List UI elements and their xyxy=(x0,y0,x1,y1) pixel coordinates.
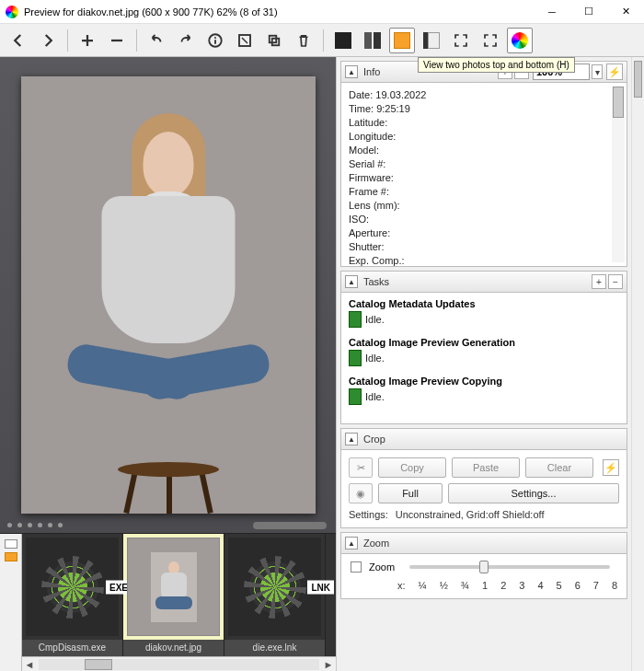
filmstrip-scrollbar[interactable]: ◄ ► xyxy=(22,656,336,671)
zoom-tick: 5 xyxy=(557,580,562,591)
crop-flash-icon[interactable]: ⚡ xyxy=(603,459,619,476)
tasks-minus-button[interactable]: − xyxy=(608,274,623,289)
info-aperture-label: Aperture: xyxy=(349,226,619,240)
zoom-checkbox-label: Zoom xyxy=(369,561,395,573)
redo-button[interactable] xyxy=(173,28,199,53)
zoom-panel-body: Zoom x: ¼ ½ ¾ 1 2 3 4 5 6 7 8 xyxy=(340,554,627,599)
crop-full-button[interactable]: Full xyxy=(378,483,443,503)
task-progress-bar xyxy=(349,350,362,366)
copy-button[interactable] xyxy=(261,28,287,53)
gear-icon xyxy=(249,561,301,613)
view-sidebar-button[interactable] xyxy=(419,28,444,53)
flash-icon[interactable]: ⚡ xyxy=(606,64,623,80)
view-split-h-button[interactable] xyxy=(389,28,415,53)
tasks-panel-header[interactable]: ▲ Tasks + − xyxy=(340,271,627,293)
tasks-panel-body: Catalog Metadata Updates Idle. Catalog I… xyxy=(340,293,627,424)
zoom-tick: ½ xyxy=(440,580,448,591)
filmstrip-layout-2-icon[interactable] xyxy=(5,552,17,561)
info-time-label: Time: xyxy=(349,103,374,114)
zoom-slider[interactable] xyxy=(409,565,610,569)
task-status: Idle. xyxy=(365,314,385,325)
filmstrip-layout-1-icon[interactable] xyxy=(5,539,17,549)
zoom-checkbox[interactable] xyxy=(351,561,362,573)
collapse-icon[interactable]: ▲ xyxy=(345,433,358,445)
task-status: Idle. xyxy=(365,391,385,402)
zoom-out-button[interactable] xyxy=(104,28,130,53)
preview-hscrollbar[interactable] xyxy=(253,522,327,529)
info-serial-label: Serial #: xyxy=(349,157,619,171)
filmstrip-item[interactable]: EXE CmpDisasm.exe xyxy=(22,534,123,656)
window-title: Preview for diakov.net.jpg (600 x 900 77… xyxy=(24,6,534,17)
info-frame-label: Frame #: xyxy=(349,185,619,199)
crop-panel-body: ✂ Copy Paste Clear ⚡ ◉ Full Settings... … xyxy=(340,450,627,528)
info-button[interactable] xyxy=(202,28,228,53)
view-single-button[interactable] xyxy=(330,28,356,53)
zoom-tick: 2 xyxy=(500,580,506,591)
crop-copy-button[interactable]: Copy xyxy=(378,457,446,478)
zoom-tick: ¼ xyxy=(418,580,426,591)
filmstrip-caption: die.exe.lnk xyxy=(224,640,325,656)
preview-page-dots xyxy=(7,523,63,527)
view-split-v-button[interactable] xyxy=(360,28,385,53)
collapse-icon[interactable]: ▲ xyxy=(345,65,358,78)
nav-forward-button[interactable] xyxy=(35,28,61,53)
zoom-panel-header[interactable]: ▲ Zoom xyxy=(340,532,627,554)
filmstrip: EXE CmpDisasm.exe diakov.net.jpg LNK die… xyxy=(0,533,336,671)
close-button[interactable]: ✕ xyxy=(607,0,644,23)
tag-button[interactable] xyxy=(232,28,258,53)
filmstrip-item-selected[interactable]: diakov.net.jpg xyxy=(123,534,224,656)
filmstrip-caption: CmpDisasm.exe xyxy=(22,640,122,656)
task-progress-bar xyxy=(349,311,362,328)
zoom-x-label: x: xyxy=(397,580,406,591)
info-shutter-label: Shutter: xyxy=(349,240,619,254)
task-item: Catalog Image Preview Copying Idle. xyxy=(349,376,619,405)
crop-settings-button[interactable]: Settings... xyxy=(448,483,619,503)
maximize-button[interactable]: ☐ xyxy=(570,0,607,23)
minimize-button[interactable]: ─ xyxy=(534,0,570,23)
right-vscrollbar[interactable] xyxy=(631,57,644,671)
crop-panel-title: Crop xyxy=(363,434,623,445)
crop-tool-icon[interactable]: ✂ xyxy=(349,457,373,478)
task-status: Idle. xyxy=(365,353,385,364)
info-model-label: Model: xyxy=(349,144,619,157)
collapse-icon[interactable]: ▲ xyxy=(345,275,358,288)
tasks-panel-title: Tasks xyxy=(363,276,590,287)
undo-button[interactable] xyxy=(144,28,169,53)
collapse-icon[interactable]: ▲ xyxy=(345,537,358,550)
zoom-tick: 8 xyxy=(612,580,617,591)
scroll-right-icon[interactable]: ► xyxy=(321,659,336,670)
delete-button[interactable] xyxy=(291,28,316,53)
scroll-left-icon[interactable]: ◄ xyxy=(22,659,37,670)
filmstrip-item[interactable]: LNK die.exe.lnk xyxy=(224,534,326,656)
task-item: Catalog Image Preview Generation Idle. xyxy=(349,337,619,366)
gear-icon xyxy=(47,561,98,613)
zoom-tick: 7 xyxy=(593,580,599,591)
task-title: Catalog Image Preview Copying xyxy=(349,376,619,387)
crop-clear-button[interactable]: Clear xyxy=(525,457,593,478)
fullscreen-button[interactable] xyxy=(477,28,503,53)
tooltip: View two photos top and bottom (H) xyxy=(418,57,575,73)
zoom-dropdown-button[interactable]: ▾ xyxy=(592,64,603,79)
tasks-plus-button[interactable]: + xyxy=(592,274,606,289)
fit-window-button[interactable] xyxy=(448,28,474,53)
right-column: View two photos top and bottom (H) ▲ Inf… xyxy=(336,57,644,671)
image-preview-area[interactable] xyxy=(0,57,336,533)
info-date-label: Date: xyxy=(349,89,373,100)
zoom-in-button[interactable] xyxy=(75,28,100,53)
zoom-tick: 3 xyxy=(519,580,524,591)
toolbar-separator xyxy=(323,29,324,52)
preview-image xyxy=(21,76,316,514)
toolbar-separator xyxy=(136,29,137,52)
crop-preview-icon[interactable]: ◉ xyxy=(349,483,373,503)
color-management-button[interactable] xyxy=(507,28,533,53)
nav-back-button[interactable] xyxy=(6,28,31,53)
main-toolbar xyxy=(0,24,644,57)
crop-paste-button[interactable]: Paste xyxy=(452,457,520,478)
scroll-thumb[interactable] xyxy=(85,659,112,670)
info-vscrollbar[interactable] xyxy=(612,87,625,262)
filmstrip-side-controls xyxy=(0,534,22,671)
title-bar: Preview for diakov.net.jpg (600 x 900 77… xyxy=(0,0,644,24)
crop-panel-header[interactable]: ▲ Crop xyxy=(340,428,627,450)
zoom-slider-knob[interactable] xyxy=(479,561,489,573)
task-title: Catalog Metadata Updates xyxy=(349,298,619,309)
